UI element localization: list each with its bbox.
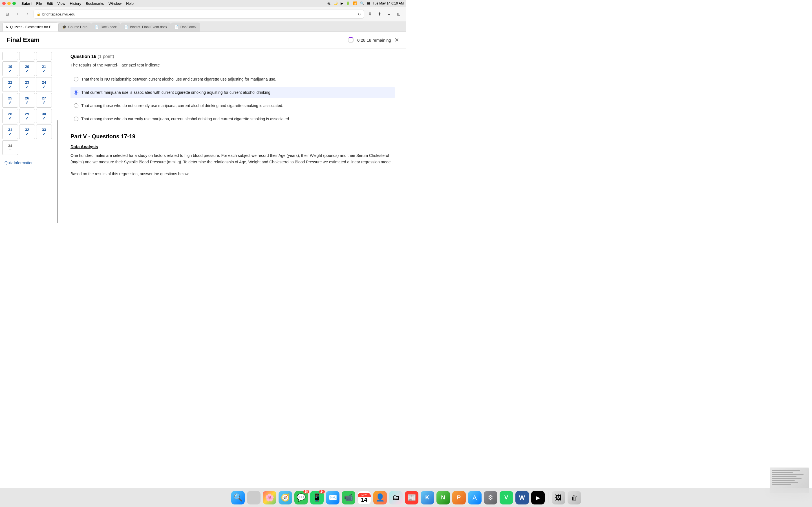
q-check-23: ✓ — [26, 84, 29, 89]
tab-favicon-doc8: 📄 — [95, 25, 99, 29]
q-btn-partial-3[interactable] — [36, 52, 52, 60]
menu-help[interactable]: Help — [126, 1, 134, 6]
answer-16d[interactable]: That among those who do currently use ma… — [70, 113, 395, 125]
downloads-button[interactable]: ⬇ — [366, 10, 374, 18]
traffic-lights — [2, 2, 16, 5]
tab-favicon-biostat: 📄 — [124, 25, 128, 29]
question-row-19-21: 19 ✓ 20 ✓ 21 ✓ — [2, 61, 57, 76]
tab-favicon-quizzes: N — [6, 25, 8, 29]
sidebar-scrollbar-thumb[interactable] — [57, 120, 58, 223]
timer-spinner — [348, 37, 354, 43]
q-btn-32[interactable]: 32 ✓ — [19, 124, 35, 139]
q-btn-31[interactable]: 31 ✓ — [2, 124, 18, 139]
tab-doc8-2[interactable]: 📄 Doc8.docx — [171, 22, 200, 32]
tab-quizzes[interactable]: N Quizzes - Biostatistics for Public Hea… — [2, 22, 59, 32]
menubar-search-icon[interactable]: 🔍 — [360, 1, 364, 5]
reload-icon[interactable]: ↻ — [358, 12, 361, 16]
q-number-26: 26 — [25, 96, 29, 100]
menu-window[interactable]: Window — [109, 1, 121, 6]
q-btn-partial-2[interactable] — [19, 52, 35, 60]
menu-bookmarks[interactable]: Bookmarks — [86, 1, 104, 6]
close-traffic-light[interactable] — [2, 2, 6, 5]
q-btn-26[interactable]: 26 ✓ — [19, 93, 35, 108]
q-number-34: 34 — [8, 144, 12, 148]
q-check-22: ✓ — [8, 84, 12, 89]
answer-16c-text: That among those who do not currently us… — [81, 103, 283, 109]
radio-16a[interactable] — [74, 77, 79, 81]
q-number-21: 21 — [42, 64, 46, 69]
menubar-plugin-icon: 🔌 — [326, 1, 331, 5]
browser-chrome: ⊟ ‹ › 🔒 brightspace.nyu.edu ↻ ⬇ ⬆ + ⊞ N … — [0, 7, 406, 32]
menu-file[interactable]: File — [36, 1, 42, 6]
q-check-33: ✓ — [42, 132, 46, 136]
q-btn-28[interactable]: 28 ✓ — [2, 109, 18, 123]
q-btn-25[interactable]: 25 ✓ — [2, 93, 18, 108]
menu-view[interactable]: View — [57, 1, 65, 6]
share-button[interactable]: ⬆ — [375, 10, 384, 18]
forward-button[interactable]: › — [24, 10, 32, 18]
q-btn-21[interactable]: 21 ✓ — [36, 61, 52, 76]
answer-16a[interactable]: That there is NO relationship between cu… — [70, 73, 395, 85]
app-name[interactable]: Safari — [21, 1, 32, 6]
close-exam-button[interactable]: ✕ — [395, 37, 399, 43]
q-check-19: ✓ — [8, 69, 12, 73]
q-check-29: ✓ — [26, 116, 29, 121]
menubar-control-icon[interactable]: ⊞ — [367, 1, 370, 5]
q-check-25: ✓ — [8, 100, 12, 105]
q-number-22: 22 — [8, 80, 12, 84]
q-check-30: ✓ — [42, 116, 46, 121]
radio-16c[interactable] — [74, 103, 79, 108]
q-check-20: ✓ — [26, 69, 29, 73]
q-btn-30[interactable]: 30 ✓ — [36, 109, 52, 123]
data-analysis-title: Data Analysis — [70, 144, 395, 149]
quiz-info-link[interactable]: Quiz Information — [2, 159, 57, 166]
part-v-container: Part V - Questions 17-19 Data Analysis O… — [70, 133, 395, 177]
q-btn-22[interactable]: 22 ✓ — [2, 77, 18, 92]
answer-16b[interactable]: That current marijuana use is associated… — [70, 87, 395, 98]
q-btn-20[interactable]: 20 ✓ — [19, 61, 35, 76]
tab-doc8[interactable]: 📄 Doc8.docx — [91, 22, 120, 32]
q-check-24: ✓ — [42, 84, 46, 89]
menubar: Safari File Edit View History Bookmarks … — [0, 0, 406, 7]
q-btn-29[interactable]: 29 ✓ — [19, 109, 35, 123]
radio-16b[interactable] — [74, 90, 79, 95]
sidebar-toggle-button[interactable]: ⊟ — [3, 10, 11, 18]
q-number-32: 32 — [25, 128, 29, 132]
answer-options-16: That there is NO relationship between cu… — [70, 73, 395, 125]
part-v-heading: Part V - Questions 17-19 — [70, 133, 395, 140]
new-tab-button[interactable]: + — [385, 10, 393, 18]
q-btn-33[interactable]: 33 ✓ — [36, 124, 52, 139]
menu-history[interactable]: History — [70, 1, 81, 6]
content-area[interactable]: Question 16 (1 point) The results of the… — [59, 48, 406, 253]
url-bar[interactable]: 🔒 brightspace.nyu.edu ↻ — [34, 10, 364, 18]
q-btn-19[interactable]: 19 ✓ — [2, 61, 18, 76]
q-check-28: ✓ — [8, 116, 12, 121]
data-analysis-paragraph2: Based on the results of this regression,… — [70, 171, 395, 177]
q-number-30: 30 — [42, 112, 46, 116]
tab-label-biostat: Biostat_Final Exam.docx — [130, 25, 167, 29]
back-button[interactable]: ‹ — [13, 10, 21, 18]
sidebar-scrollbar-track[interactable] — [57, 48, 58, 253]
q-dash-34: -- — [9, 148, 11, 152]
tab-biostat-final[interactable]: 📄 Biostat_Final Exam.docx — [120, 22, 171, 32]
tab-overview-button[interactable]: ⊞ — [395, 10, 403, 18]
page-content: Final Exam 0:28:18 remaining ✕ 19 — [0, 32, 406, 253]
url-text: brightspace.nyu.edu — [42, 12, 75, 16]
tab-label-coursehero: Course Hero — [68, 25, 87, 29]
radio-16d[interactable] — [74, 117, 79, 121]
q-check-26: ✓ — [26, 100, 29, 105]
tab-coursehero[interactable]: 🎓 Course Hero — [59, 22, 91, 32]
minimize-traffic-light[interactable] — [7, 2, 11, 5]
tab-favicon-coursehero: 🎓 — [62, 25, 66, 29]
q-btn-27[interactable]: 27 ✓ — [36, 93, 52, 108]
answer-16c[interactable]: That among those who do not currently us… — [70, 100, 395, 112]
question-16-header: Question 16 (1 point) — [70, 54, 395, 59]
q-btn-partial-1[interactable] — [2, 52, 18, 60]
q-btn-23[interactable]: 23 ✓ — [19, 77, 35, 92]
q-btn-34[interactable]: 34 -- — [2, 140, 18, 155]
menu-edit[interactable]: Edit — [47, 1, 53, 6]
answer-16b-text: That current marijuana use is associated… — [81, 90, 271, 96]
maximize-traffic-light[interactable] — [12, 2, 16, 5]
q-number-27: 27 — [42, 96, 46, 100]
q-btn-24[interactable]: 24 ✓ — [36, 77, 52, 92]
